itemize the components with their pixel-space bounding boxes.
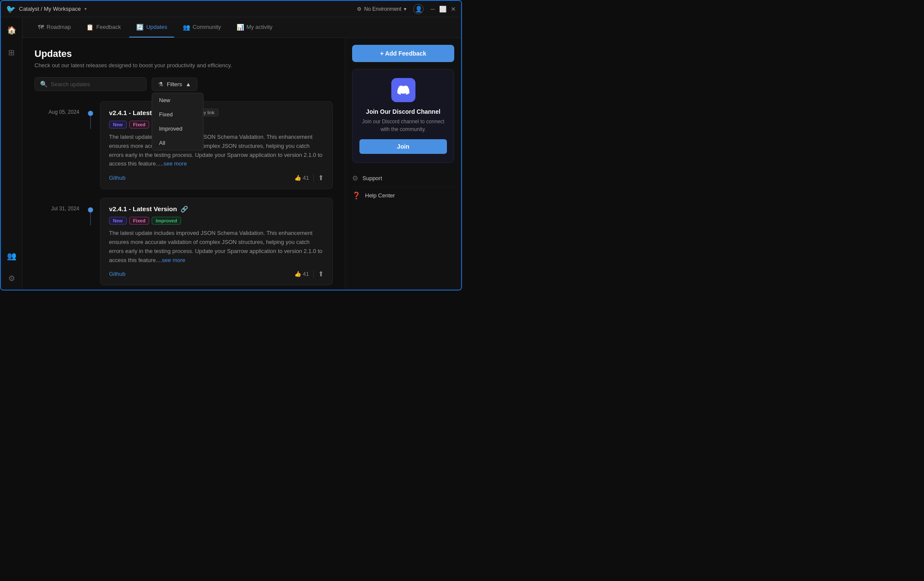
tab-feedback[interactable]: 📋 Feedback — [79, 17, 128, 37]
window-controls: ─ ⬜ ✕ — [431, 6, 456, 12]
action-divider-1 — [313, 174, 314, 182]
tab-roadmap-label: Roadmap — [47, 24, 71, 30]
tag-improved-2: Improved — [152, 217, 181, 225]
community-icon: 👥 — [183, 24, 190, 31]
tag-new-2: New — [109, 217, 127, 225]
tab-updates[interactable]: 🔄 Updates — [129, 17, 174, 37]
filter-label: Filters — [167, 81, 182, 87]
like-count-2: 41 — [303, 271, 309, 277]
tag-fixed-2: Fixed — [129, 217, 150, 225]
filter-button[interactable]: ⚗ Filters ▲ — [152, 78, 197, 91]
sidebar-item-grid[interactable]: ⊞ — [4, 45, 19, 60]
filter-option-improved[interactable]: Improved — [152, 122, 203, 136]
share-button-1[interactable]: ⬆ — [318, 174, 324, 182]
update-card-2: v2.4.1 - Latest Version 🔗 New Fixed Impr… — [100, 198, 333, 285]
thumbs-up-icon-2: 👍 — [294, 271, 301, 277]
tab-myactivity-label: My activity — [247, 24, 273, 30]
sidebar-item-community[interactable]: 👥 — [4, 248, 19, 264]
updates-panel: Updates Check out our latest releases de… — [22, 38, 345, 290]
search-filter-row: 🔍 ⚗ Filters ▲ New Fixed Improved — [34, 77, 333, 91]
filter-dropdown-container: ⚗ Filters ▲ New Fixed Improved All — [152, 78, 197, 91]
app-title-chevron[interactable]: ▾ — [84, 6, 87, 11]
sidebar-bottom: 👥 ⚙ — [4, 248, 19, 286]
search-input[interactable] — [51, 81, 141, 87]
timeline-line-2 — [90, 212, 91, 225]
app-layout: 🏠 ⊞ 👥 ⚙ 🗺 Roadmap 📋 Feedback 🔄 Updates 👥 — [1, 17, 461, 290]
github-link-2[interactable]: Github — [109, 271, 125, 277]
card-footer-1: Github 👍 41 ⬆ — [109, 174, 324, 182]
layers-icon: ⚙ — [357, 6, 362, 12]
card-title-2: v2.4.1 - Latest Version — [109, 205, 177, 212]
action-divider-2 — [313, 270, 314, 278]
share-button-2[interactable]: ⬆ — [318, 270, 324, 278]
discord-title: Join Our Discord Channel — [359, 108, 447, 115]
app-logo: 🐦 — [6, 4, 16, 14]
titlebar-left: 🐦 Catalyst / My Workspace ▾ — [6, 4, 87, 14]
discord-join-button[interactable]: Join — [359, 139, 447, 154]
tag-new-1: New — [109, 121, 127, 128]
timeline-dot-col-2 — [86, 198, 95, 225]
maximize-button[interactable]: ⬜ — [439, 6, 446, 12]
help-center-item[interactable]: ❓ Help Center — [352, 187, 454, 204]
search-box: 🔍 — [34, 77, 147, 91]
filter-icon: ⚗ — [158, 81, 163, 87]
roadmap-icon: 🗺 — [38, 24, 44, 31]
tab-roadmap[interactable]: 🗺 Roadmap — [31, 17, 78, 37]
see-more-link-1[interactable]: see more — [163, 160, 187, 167]
github-link-1[interactable]: Github — [109, 175, 125, 181]
env-label: No Environment — [364, 6, 401, 12]
like-count-1: 41 — [303, 175, 309, 181]
page-title: Updates — [34, 48, 333, 59]
card-body-1: The latest update includes improved JSON… — [109, 133, 324, 169]
card-link-icon-2[interactable]: 🔗 — [181, 206, 188, 212]
content-area: 🗺 Roadmap 📋 Feedback 🔄 Updates 👥 Communi… — [22, 17, 461, 290]
page-subtitle: Check out our latest releases designed t… — [34, 62, 333, 69]
myactivity-icon: 📊 — [237, 24, 244, 31]
like-button-2[interactable]: 👍 41 — [294, 271, 309, 277]
minimize-button[interactable]: ─ — [431, 6, 435, 12]
discord-description: Join our Discord channel to connect with… — [359, 118, 447, 133]
tab-community[interactable]: 👥 Community — [176, 17, 228, 37]
tag-fixed-1: Fixed — [129, 121, 150, 128]
see-more-link-2[interactable]: see more — [162, 257, 185, 263]
feedback-icon: 📋 — [86, 24, 94, 31]
support-icon: ⚙ — [352, 174, 358, 182]
sidebar: 🏠 ⊞ 👥 ⚙ — [1, 17, 22, 290]
app-title: Catalyst / My Workspace — [19, 6, 81, 12]
nav-tabs: 🗺 Roadmap 📋 Feedback 🔄 Updates 👥 Communi… — [22, 17, 461, 38]
tab-community-label: Community — [193, 24, 221, 30]
filter-option-fixed[interactable]: Fixed — [152, 107, 203, 122]
filter-option-all[interactable]: All — [152, 136, 203, 150]
user-avatar[interactable]: 👤 — [413, 4, 424, 14]
tag-row-1: New Fixed Improved — [109, 121, 324, 128]
card-footer-2: Github 👍 41 ⬆ — [109, 270, 324, 278]
like-button-1[interactable]: 👍 41 — [294, 175, 309, 181]
timeline-dot-col-1 — [86, 101, 95, 129]
titlebar: 🐦 Catalyst / My Workspace ▾ ⚙ No Environ… — [1, 1, 461, 17]
card-actions-2: 👍 41 ⬆ — [294, 270, 324, 278]
timeline-date-1: Aug 05, 2024 — [34, 101, 86, 115]
add-feedback-button[interactable]: + Add Feedback — [352, 45, 454, 62]
discord-logo — [391, 78, 415, 102]
card-actions-1: 👍 41 ⬆ — [294, 174, 324, 182]
card-header-2: v2.4.1 - Latest Version 🔗 — [109, 205, 324, 212]
help-center-label: Help Center — [365, 192, 395, 199]
card-body-2: The latest update includes improved JSON… — [109, 229, 324, 265]
filter-option-new[interactable]: New — [152, 93, 203, 107]
help-center-icon: ❓ — [352, 191, 361, 200]
discord-card: Join Our Discord Channel Join our Discor… — [352, 69, 454, 163]
card-header-1: v2.4.1 - Latest Version 🔗 Copy link — [109, 109, 324, 116]
tab-myactivity[interactable]: 📊 My activity — [230, 17, 280, 37]
search-icon: 🔍 — [40, 81, 47, 87]
timeline-item-2: Jul 31, 2024 v2.4.1 - Latest Version 🔗 — [34, 198, 333, 285]
timeline-line-1 — [90, 116, 91, 129]
environment-selector[interactable]: ⚙ No Environment ▾ — [357, 6, 406, 12]
env-chevron: ▾ — [404, 6, 406, 12]
sidebar-item-settings[interactable]: ⚙ — [4, 271, 19, 286]
sidebar-item-home[interactable]: 🏠 — [4, 22, 19, 38]
support-item[interactable]: ⚙ Support — [352, 170, 454, 187]
support-label: Support — [362, 175, 382, 181]
close-button[interactable]: ✕ — [451, 6, 456, 12]
thumbs-up-icon-1: 👍 — [294, 175, 301, 181]
filter-dropdown: New Fixed Improved All — [152, 93, 203, 150]
